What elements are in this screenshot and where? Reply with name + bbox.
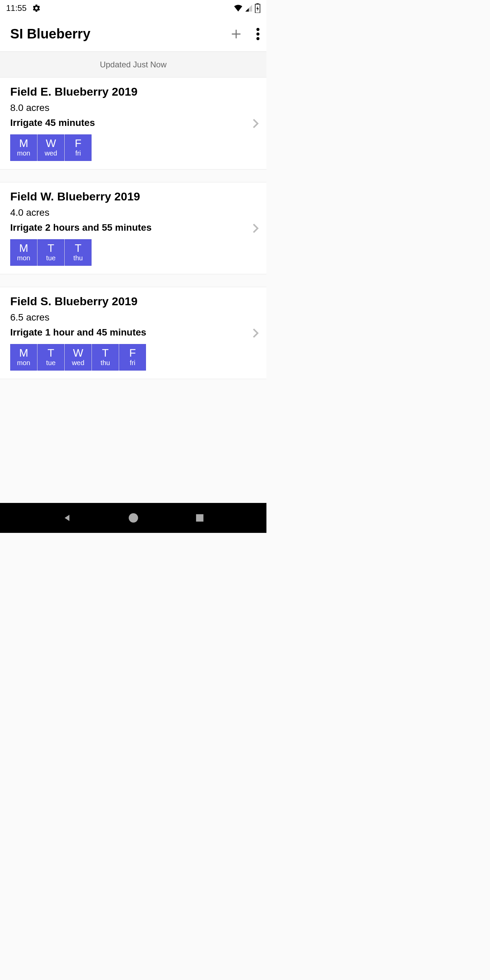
day-chip-name: fri xyxy=(130,358,135,367)
day-chip-letter: W xyxy=(46,138,56,149)
day-chip: Tthu xyxy=(92,344,119,371)
day-chip-name: mon xyxy=(17,358,30,367)
field-acres: 8.0 acres xyxy=(10,102,256,113)
day-chip-letter: M xyxy=(19,243,28,253)
field-card[interactable]: Field W. Blueberry 20194.0 acresIrrigate… xyxy=(0,182,266,274)
navigation-bar xyxy=(0,503,266,533)
status-bar: 11:55 xyxy=(0,0,266,16)
day-chip-letter: F xyxy=(129,347,136,358)
nav-recent-button[interactable] xyxy=(195,514,204,522)
svg-point-4 xyxy=(256,28,259,31)
update-banner: Updated Just Now xyxy=(0,52,266,78)
chevron-right-icon xyxy=(252,118,259,129)
field-name: Field S. Blueberry 2019 xyxy=(10,295,256,308)
svg-rect-1 xyxy=(256,3,259,4)
day-chip: Ffri xyxy=(119,344,146,371)
day-chip-name: wed xyxy=(45,149,57,158)
day-chip-name: mon xyxy=(17,149,30,158)
day-chip-letter: W xyxy=(73,347,83,358)
settings-gear-icon xyxy=(32,4,41,13)
day-chip: Ttue xyxy=(37,344,64,371)
day-chips: MmonTtueTthu xyxy=(10,239,256,266)
add-button[interactable] xyxy=(230,27,243,40)
day-chip: Mmon xyxy=(10,344,37,371)
day-chip: Tthu xyxy=(65,239,92,266)
day-chip-name: thu xyxy=(101,358,110,367)
more-options-button[interactable] xyxy=(256,28,259,40)
content-area[interactable]: Field E. Blueberry 20198.0 acresIrrigate… xyxy=(0,78,266,503)
field-irrigate-label: Irrigate 1 hour and 45 minutes xyxy=(10,327,256,338)
battery-charging-icon xyxy=(255,3,260,13)
day-chips: MmonWwedFfri xyxy=(10,134,256,161)
day-chip-letter: M xyxy=(19,138,28,149)
day-chip-letter: M xyxy=(19,347,28,358)
chevron-right-icon xyxy=(252,223,259,234)
day-chip-name: tue xyxy=(46,253,56,262)
status-bar-left: 11:55 xyxy=(6,3,41,13)
day-chip: Ffri xyxy=(65,134,92,161)
day-chips: MmonTtueWwedTthuFfri xyxy=(10,344,256,371)
day-chip: Ttue xyxy=(37,239,64,266)
field-irrigate-label: Irrigate 2 hours and 55 minutes xyxy=(10,222,256,233)
day-chip-letter: T xyxy=(48,243,54,253)
field-acres: 6.5 acres xyxy=(10,312,256,323)
day-chip-name: fri xyxy=(75,149,81,158)
app-bar-actions xyxy=(230,27,259,40)
cellular-signal-icon xyxy=(245,4,253,12)
update-text: Updated Just Now xyxy=(100,60,166,69)
app-title: SI Blueberry xyxy=(10,26,230,41)
wifi-icon xyxy=(234,5,243,11)
day-chip-letter: T xyxy=(102,347,109,358)
day-chip-name: tue xyxy=(46,358,56,367)
day-chip: Wwed xyxy=(65,344,92,371)
field-spacer xyxy=(0,274,266,287)
day-chip-letter: T xyxy=(48,347,54,358)
app-bar: SI Blueberry xyxy=(0,16,266,52)
field-acres: 4.0 acres xyxy=(10,207,256,218)
day-chip: Mmon xyxy=(10,239,37,266)
nav-back-button[interactable] xyxy=(62,513,72,523)
svg-point-5 xyxy=(256,32,259,35)
chevron-right-icon xyxy=(252,328,259,338)
day-chip: Mmon xyxy=(10,134,37,161)
day-chip-name: mon xyxy=(17,253,30,262)
svg-point-7 xyxy=(129,513,138,523)
day-chip-letter: T xyxy=(75,243,82,253)
status-bar-right xyxy=(234,3,260,13)
field-name: Field W. Blueberry 2019 xyxy=(10,190,256,203)
day-chip: Wwed xyxy=(37,134,64,161)
field-irrigate-label: Irrigate 45 minutes xyxy=(10,118,256,128)
field-card[interactable]: Field S. Blueberry 20196.5 acresIrrigate… xyxy=(0,287,266,379)
svg-rect-8 xyxy=(196,514,204,522)
field-name: Field E. Blueberry 2019 xyxy=(10,85,256,98)
day-chip-letter: F xyxy=(75,138,82,149)
field-spacer xyxy=(0,169,266,182)
status-time: 11:55 xyxy=(6,3,27,13)
svg-point-6 xyxy=(256,37,259,40)
day-chip-name: wed xyxy=(72,358,84,367)
field-card[interactable]: Field E. Blueberry 20198.0 acresIrrigate… xyxy=(0,78,266,169)
nav-home-button[interactable] xyxy=(128,513,138,523)
day-chip-name: thu xyxy=(73,253,83,262)
